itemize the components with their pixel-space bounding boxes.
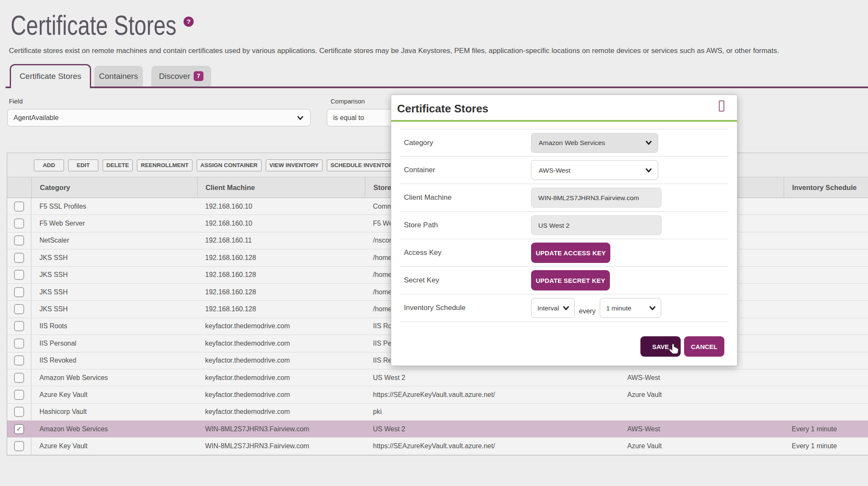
cell-category: IIS Revoked <box>31 352 197 369</box>
cell-store: US West 2 <box>365 421 619 437</box>
modal-select[interactable]: Amazon Web Services <box>531 133 658 153</box>
cell-schedule <box>784 284 868 300</box>
row-checkbox[interactable] <box>14 218 24 229</box>
modal-field-label: Store Path <box>404 221 438 229</box>
row-checkbox[interactable] <box>14 304 24 314</box>
modal-field-label: Access Key <box>404 249 442 257</box>
cell-schedule <box>784 352 868 369</box>
every-label: every <box>579 307 595 315</box>
cell-container <box>619 404 784 420</box>
cell-container: Azure Vault <box>619 438 784 454</box>
modal-select-value: AWS-West <box>539 166 570 174</box>
cell-schedule <box>784 301 868 317</box>
cell-category: Amazon Web Services <box>31 421 197 437</box>
table-row[interactable]: ✓Amazon Web ServicesWIN-8ML2S7JHRN3.Fair… <box>7 421 868 438</box>
page-title: Certificate Stores <box>11 11 176 39</box>
modal-field-label: Inventory Schedule <box>404 304 466 312</box>
cell-schedule <box>784 267 868 283</box>
cell-category: JKS SSH <box>31 249 197 266</box>
modal-input[interactable]: US West 2 <box>531 215 662 235</box>
cell-client: keyfactor.thedemodrive.com <box>197 318 365 335</box>
cell-category: Azure Key Vault <box>31 386 197 403</box>
row-checkbox[interactable] <box>14 270 24 280</box>
chevron-down-icon <box>645 141 652 145</box>
cell-client: 192.168.160.128 <box>197 249 365 266</box>
row-checkbox-checked[interactable]: ✓ <box>14 424 24 434</box>
tab-certificate-stores[interactable]: Certificate Stores <box>10 64 91 88</box>
toolbar-button-edit[interactable]: EDIT <box>68 159 98 171</box>
toolbar-button-delete[interactable]: DELETE <box>103 159 133 171</box>
row-checkbox[interactable] <box>14 373 24 383</box>
modal-update-button[interactable]: UPDATE ACCESS KEY <box>531 243 610 263</box>
row-checkbox[interactable] <box>14 407 24 417</box>
cell-client: 192.168.160.11 <box>197 232 365 249</box>
cell-container: Azure Vault <box>619 386 784 403</box>
row-checkbox[interactable] <box>14 235 24 246</box>
modal-select[interactable]: AWS-West <box>531 160 658 180</box>
cell-category: Amazon Web Services <box>31 369 197 386</box>
cell-schedule <box>784 404 868 420</box>
mouse-cursor <box>668 343 681 357</box>
cell-store: pki <box>365 404 619 420</box>
column-header: Category <box>31 177 197 198</box>
cell-client: 192.168.160.10 <box>197 215 365 232</box>
row-checkbox[interactable] <box>14 287 24 297</box>
tab-underline <box>6 87 868 88</box>
cell-schedule <box>784 369 868 386</box>
cell-client: WIN-8ML2S7JHRN3.Fairview.com <box>197 421 365 437</box>
chevron-down-icon <box>563 306 569 310</box>
tab-discover-label: Discover <box>159 66 190 87</box>
modal-input[interactable]: WIN-8ML2S7JHRN3.Fairview.com <box>531 188 662 208</box>
table-row[interactable]: Hashicorp Vaultkeyfactor.thedemodrive.co… <box>7 404 868 421</box>
close-icon[interactable] <box>719 101 724 112</box>
chevron-down-icon <box>645 168 652 172</box>
certificate-store-modal: Certificate Stores CategoryAmazon Web Se… <box>391 95 737 366</box>
page-subtitle: Certificate stores exist on remote machi… <box>9 47 814 55</box>
modal-field-label: Secret Key <box>404 276 439 285</box>
field-select-value: AgentAvailable <box>14 114 297 122</box>
row-checkbox[interactable] <box>14 321 24 331</box>
interval-select[interactable]: Interval <box>531 298 575 318</box>
toolbar-button-schedule-inventory[interactable]: SCHEDULE INVENTORY <box>327 159 401 171</box>
modal-fields: CategoryAmazon Web ServicesContainerAWS-… <box>400 129 729 322</box>
modal-update-button[interactable]: UPDATE SECRET KEY <box>531 270 610 290</box>
row-checkbox[interactable] <box>14 338 24 349</box>
tab-discover[interactable]: Discover7 <box>151 66 211 87</box>
cell-client: 192.168.160.128 <box>197 284 365 300</box>
cell-schedule <box>784 318 868 335</box>
cell-category: Azure Key Vault <box>31 438 197 454</box>
modal-title: Certificate Stores <box>397 102 488 115</box>
cell-category: NetScaler <box>31 232 197 249</box>
row-checkbox[interactable] <box>14 441 24 451</box>
modal-field-label: Container <box>404 166 435 174</box>
cancel-button[interactable]: CANCEL <box>684 336 724 357</box>
chevron-down-icon <box>297 116 303 120</box>
toolbar-button-add[interactable]: ADD <box>34 159 64 171</box>
field-select[interactable]: AgentAvailable <box>7 109 311 126</box>
table-row[interactable]: Amazon Web Serviceskeyfactor.thedemodriv… <box>7 369 868 386</box>
cell-schedule <box>784 335 868 352</box>
cell-container: AWS-West <box>619 369 784 386</box>
interval-value-select[interactable]: 1 minute <box>600 298 661 318</box>
cell-schedule: Every 1 minute <box>784 438 868 454</box>
table-row[interactable]: Azure Key Vaultkeyfactor.thedemodrive.co… <box>7 386 868 403</box>
cell-client: keyfactor.thedemodrive.com <box>197 335 365 352</box>
toolbar-button-assign-container[interactable]: ASSIGN CONTAINER <box>197 159 262 171</box>
row-checkbox[interactable] <box>14 390 24 400</box>
row-checkbox[interactable] <box>14 253 24 263</box>
cell-container: AWS-West <box>619 421 784 437</box>
cell-client: 192.168.160.128 <box>197 267 365 283</box>
cell-category: JKS SSH <box>31 267 197 283</box>
table-row[interactable]: Azure Key VaultWIN-8ML2S7JHRN3.Fairview.… <box>7 438 868 455</box>
toolbar-button-view-inventory[interactable]: VIEW INVENTORY <box>266 159 323 171</box>
help-icon[interactable]: ? <box>184 17 194 27</box>
row-checkbox[interactable] <box>14 201 24 212</box>
header-checkbox-column <box>7 177 31 198</box>
row-checkbox[interactable] <box>14 355 24 366</box>
tab-containers[interactable]: Containers <box>94 66 143 87</box>
modal-field-label: Category <box>404 139 433 147</box>
cell-client: 192.168.160.128 <box>197 301 365 317</box>
toolbar-button-reenrollment[interactable]: REENROLLMENT <box>137 159 192 171</box>
cell-client: keyfactor.thedemodrive.com <box>197 386 365 403</box>
cell-store: https://SEAzureKeyVault.vault.azure.net/ <box>365 386 619 403</box>
